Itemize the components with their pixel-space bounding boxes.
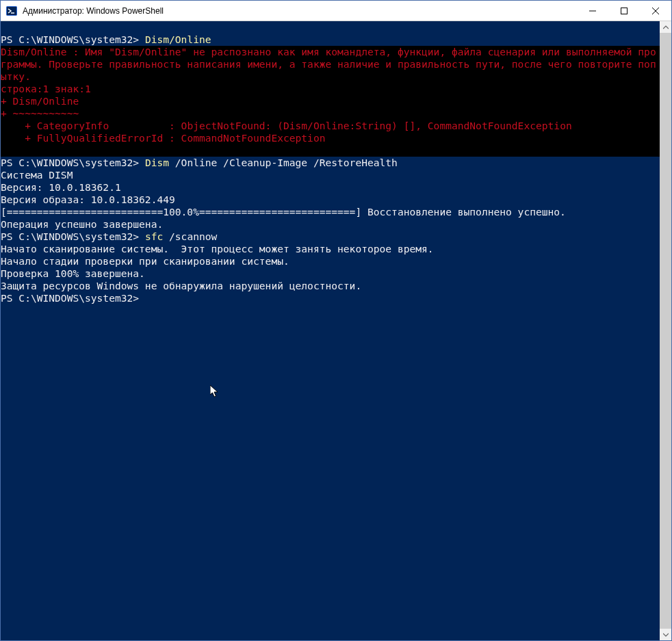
output-line: Защита ресурсов Windows не обнаружила на… bbox=[1, 280, 660, 292]
ps-prompt: PS C:\WINDOWS\system32> bbox=[1, 292, 145, 304]
close-button[interactable] bbox=[640, 1, 671, 21]
maximize-button[interactable] bbox=[608, 1, 640, 21]
ps-prompt: PS C:\WINDOWS\system32> bbox=[1, 231, 145, 242]
window-title: Администратор: Windows PowerShell bbox=[23, 6, 164, 16]
scroll-thumb[interactable] bbox=[660, 33, 671, 629]
output-line: Операция успешно завершена. bbox=[1, 218, 660, 231]
scroll-down-button[interactable] bbox=[660, 629, 671, 640]
error-line: + CategoryInfo : ObjectNotFound: (Dism/O… bbox=[1, 120, 660, 132]
output-line: [==========================100.0%=======… bbox=[1, 206, 660, 218]
error-line: Dism/Online : Имя "Dism/Online" не распо… bbox=[1, 46, 660, 83]
scroll-track[interactable] bbox=[660, 33, 671, 629]
minimize-button[interactable] bbox=[577, 1, 608, 21]
output-line: Начато сканирование системы. Этот процес… bbox=[1, 243, 660, 255]
output-line: Версия образа: 10.0.18362.449 bbox=[1, 194, 660, 206]
error-line: строка:1 знак:1 bbox=[1, 83, 660, 95]
command-text: sfc bbox=[145, 231, 163, 242]
svg-rect-3 bbox=[621, 8, 628, 14]
command-text: Dism bbox=[145, 157, 169, 168]
scroll-up-button[interactable] bbox=[660, 21, 671, 33]
client-area: PS C:\WINDOWS\system32> Dism/OnlineDism/… bbox=[1, 21, 671, 640]
ps-prompt: PS C:\WINDOWS\system32> bbox=[1, 157, 145, 168]
window-controls bbox=[577, 1, 671, 21]
output-line: Проверка 100% завершена. bbox=[1, 267, 660, 280]
output-line: Версия: 10.0.18362.1 bbox=[1, 181, 660, 194]
terminal-output[interactable]: PS C:\WINDOWS\system32> Dism/OnlineDism/… bbox=[1, 21, 660, 640]
chevron-up-icon bbox=[663, 25, 669, 29]
titlebar[interactable]: Администратор: Windows PowerShell bbox=[1, 1, 671, 21]
powershell-window: Администратор: Windows PowerShell PS C:\… bbox=[0, 0, 672, 641]
command-text: Dism/Online bbox=[145, 34, 211, 45]
ps-prompt: PS C:\WINDOWS\system32> bbox=[1, 34, 145, 45]
error-block: Dism/Online : Имя "Dism/Online" не распо… bbox=[1, 46, 660, 157]
error-line: + FullyQualifiedErrorId : CommandNotFoun… bbox=[1, 132, 660, 144]
output-line: Cистема DISM bbox=[1, 169, 660, 181]
command-args: /Online /Cleanup-Image /RestoreHealth bbox=[169, 157, 398, 168]
chevron-down-icon bbox=[663, 633, 669, 637]
error-line bbox=[1, 144, 660, 157]
vertical-scrollbar[interactable] bbox=[660, 21, 671, 640]
output-line: Начало стадии проверки при сканировании … bbox=[1, 255, 660, 267]
error-line: + Dism/Online bbox=[1, 95, 660, 107]
error-line: + ~~~~~~~~~~~ bbox=[1, 107, 660, 120]
command-args: /scannow bbox=[163, 231, 217, 242]
powershell-icon bbox=[5, 4, 18, 18]
